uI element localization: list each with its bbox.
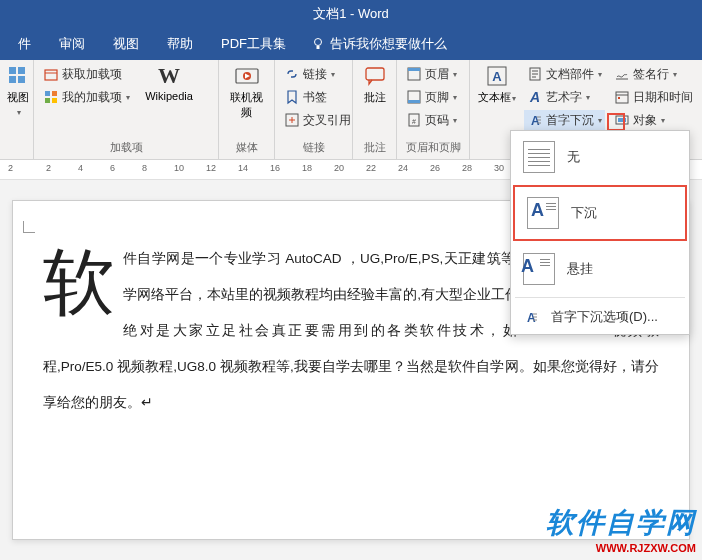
menu-tab-0[interactable]: 件 <box>4 29 45 59</box>
online-video-button[interactable]: 联机视频 <box>225 64 268 120</box>
dropcap-option-none[interactable]: 无 <box>511 131 689 183</box>
get-addins-button[interactable]: 获取加载项 <box>40 64 133 84</box>
watermark-sub: WWW.RJZXW.COM <box>546 542 696 554</box>
dropcap-dropdown-arrow[interactable]: ▾ <box>598 116 602 125</box>
menu-tab-view[interactable]: 视图 <box>99 29 153 59</box>
svg-text:A: A <box>531 114 540 128</box>
bookmark-button[interactable]: 书签 <box>281 87 354 107</box>
signature-button[interactable]: 签名行▾ <box>611 64 696 84</box>
svg-rect-14 <box>366 68 384 80</box>
datetime-button[interactable]: 日期和时间 <box>611 87 696 107</box>
margin-marker <box>23 221 35 233</box>
textbox-icon: A <box>485 64 509 88</box>
dropcap-settings-icon: A <box>523 309 539 325</box>
comments-group-label: 批注 <box>359 138 390 157</box>
comment-icon <box>363 64 387 88</box>
object-button[interactable]: 对象▾ <box>611 110 696 130</box>
dropdown-separator <box>515 297 685 298</box>
dropcap-dropped-icon: A <box>527 197 559 229</box>
menu-tab-help[interactable]: 帮助 <box>153 29 207 59</box>
svg-rect-28 <box>618 118 626 122</box>
svg-rect-8 <box>52 91 57 96</box>
svg-rect-1 <box>317 46 320 49</box>
link-icon <box>284 66 300 82</box>
tell-me-search[interactable]: 告诉我你想要做什么 <box>300 29 457 59</box>
footer-button[interactable]: 页脚▾ <box>403 87 460 107</box>
wordart-icon: A <box>527 89 543 105</box>
svg-rect-10 <box>52 98 57 103</box>
wordart-button[interactable]: A 艺术字▾ <box>524 87 605 107</box>
svg-rect-25 <box>616 92 628 103</box>
crossref-icon <box>284 112 300 128</box>
dropcap-dropdown: 无 A 下沉 A 悬挂 A 首字下沉选项(D)... <box>510 130 690 335</box>
textbox-button[interactable]: A 文本框▾ <box>476 64 518 105</box>
crossref-button[interactable]: 交叉引用 <box>281 110 354 130</box>
svg-rect-16 <box>408 68 420 71</box>
wikipedia-icon: W <box>157 64 181 88</box>
comment-button[interactable]: 批注 <box>359 64 390 105</box>
svg-text:A: A <box>492 69 502 84</box>
watermark: 软件自学网 WWW.RJZXW.COM <box>546 504 696 554</box>
pagenum-button[interactable]: # 页码▾ <box>403 110 460 130</box>
calendar-icon <box>614 89 630 105</box>
svg-rect-7 <box>45 91 50 96</box>
dropcap-icon: A <box>527 112 543 128</box>
tell-me-label: 告诉我你想要做什么 <box>330 35 447 53</box>
svg-rect-3 <box>18 67 25 74</box>
views-button[interactable]: 视图▾ <box>6 64 30 117</box>
link-button[interactable]: 链接▾ <box>281 64 354 84</box>
parts-icon <box>527 66 543 82</box>
svg-rect-2 <box>9 67 16 74</box>
svg-rect-26 <box>618 97 620 99</box>
doc-parts-button[interactable]: 文档部件▾ <box>524 64 605 84</box>
header-button[interactable]: 页眉▾ <box>403 64 460 84</box>
window-title: 文档1 - Word <box>313 6 389 21</box>
title-bar: 文档1 - Word <box>0 0 702 28</box>
object-icon <box>614 112 630 128</box>
grid-icon <box>6 64 30 88</box>
dropcap-button[interactable]: A 首字下沉▾ <box>524 110 605 130</box>
media-group-label: 媒体 <box>225 138 268 157</box>
bookmark-icon <box>284 89 300 105</box>
drop-cap: 软 <box>43 247 115 319</box>
menu-tab-review[interactable]: 审阅 <box>45 29 99 59</box>
menu-tab-pdf[interactable]: PDF工具集 <box>207 29 300 59</box>
svg-rect-4 <box>9 76 16 83</box>
svg-rect-18 <box>408 100 420 103</box>
svg-rect-9 <box>45 98 50 103</box>
my-addins-button[interactable]: 我的加载项▾ <box>40 87 133 107</box>
links-group-label: 链接 <box>281 138 346 157</box>
addins-group-label: 加载项 <box>40 138 212 157</box>
dropcap-option-margin[interactable]: A 悬挂 <box>511 243 689 295</box>
menu-bar: 件 审阅 视图 帮助 PDF工具集 告诉我你想要做什么 <box>0 28 702 60</box>
svg-point-0 <box>315 39 322 46</box>
video-icon <box>235 64 259 88</box>
footer-icon <box>406 89 422 105</box>
dropcap-margin-icon: A <box>523 253 555 285</box>
store-icon <box>43 66 59 82</box>
signature-icon <box>614 66 630 82</box>
svg-rect-6 <box>45 70 57 80</box>
dropcap-option-dropped[interactable]: A 下沉 <box>513 185 687 241</box>
bulb-icon <box>310 36 326 52</box>
dropcap-none-icon <box>523 141 555 173</box>
svg-rect-5 <box>18 76 25 83</box>
watermark-main: 软件自学网 <box>546 504 696 542</box>
wikipedia-button[interactable]: W Wikipedia <box>139 64 199 102</box>
addins-icon <box>43 89 59 105</box>
svg-text:#: # <box>412 118 416 125</box>
header-icon <box>406 66 422 82</box>
dropcap-options-link[interactable]: A 首字下沉选项(D)... <box>511 300 689 334</box>
hf-group-label: 页眉和页脚 <box>403 138 463 157</box>
pagenum-icon: # <box>406 112 422 128</box>
svg-text:A: A <box>527 311 536 325</box>
